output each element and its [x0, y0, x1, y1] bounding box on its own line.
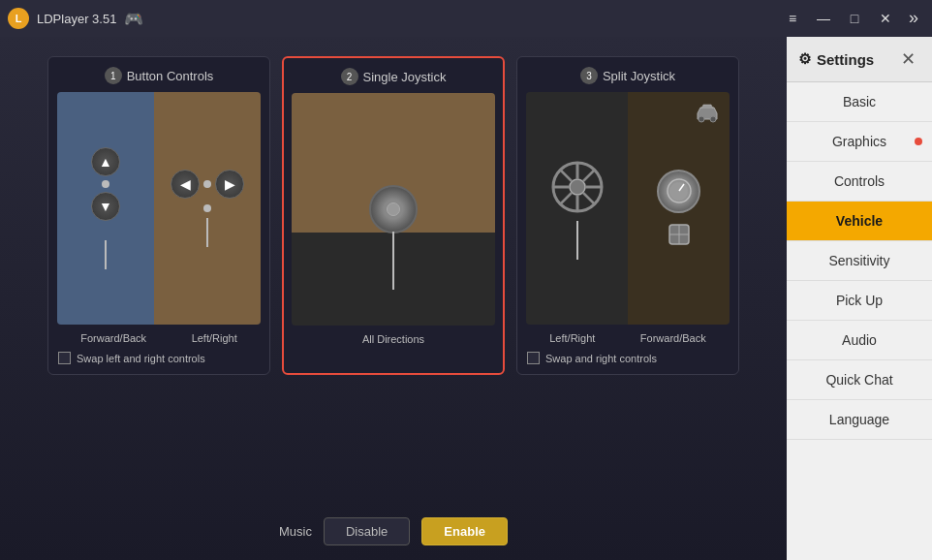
button-controls-card[interactable]: 1 Button Controls ▲ ▼ — [47, 56, 270, 375]
settings-header: ⚙ Settings ✕ — [787, 37, 932, 82]
single-joystick-title: 2 Single Joystick — [341, 68, 447, 85]
dpad-center-dot — [102, 180, 109, 188]
label-split-left-right: Left/Right — [549, 332, 595, 344]
settings-close-button[interactable]: ✕ — [896, 47, 920, 72]
main-layout: 1 Button Controls ▲ ▼ — [0, 37, 932, 560]
expand-button[interactable]: » — [903, 7, 924, 28]
split-joystick-labels: Left/Right Forward/Back — [527, 332, 729, 344]
card-num-1: 1 — [105, 67, 122, 84]
right-dot — [203, 204, 211, 212]
game-area: 1 Button Controls ▲ ▼ — [0, 37, 787, 560]
button-controls-labels: Forward/Back Left/Right — [58, 332, 260, 344]
svg-line-9 — [583, 193, 595, 204]
title-bar-left: L LDPlayer 3.51 🎮 — [8, 8, 143, 29]
split-left-panel — [526, 92, 628, 325]
label-forward-back: Forward/Back — [80, 332, 146, 344]
single-joystick-preview — [292, 93, 495, 326]
single-joystick-labels: All Directions — [294, 333, 493, 345]
split-joystick-preview — [526, 92, 730, 325]
nav-item-audio[interactable]: Audio — [787, 321, 932, 360]
steering-wheel-icon — [548, 158, 606, 216]
right-stick: ◀ ▶ — [171, 170, 244, 247]
button-controls-preview: ▲ ▼ ◀ ▶ — [57, 92, 261, 325]
dpad-up: ▲ — [91, 147, 120, 176]
split-joystick-title: 3 Split Joystick — [580, 67, 675, 84]
card-num-2: 2 — [341, 68, 358, 85]
music-enable-button[interactable]: Enable — [421, 517, 508, 545]
music-bar: Music Disable Enable — [19, 506, 767, 545]
joystick-stick-line — [392, 232, 394, 290]
window-controls: ≡ — □ ✕ » — [779, 7, 924, 30]
dpad-h-dot — [203, 180, 211, 188]
app-title: LDPlayer 3.51 — [37, 12, 116, 26]
svg-line-13 — [679, 184, 684, 191]
label-all-directions: All Directions — [362, 333, 424, 345]
joystick-knob — [387, 202, 400, 216]
split-joystick-card[interactable]: 3 Split Joystick — [516, 56, 739, 375]
close-button[interactable]: ✕ — [872, 7, 899, 30]
app-logo: L — [8, 8, 29, 29]
stick-line-left — [105, 240, 107, 269]
svg-point-3 — [570, 179, 585, 195]
stick-line-right — [206, 218, 208, 247]
nav-item-quickchat[interactable]: Quick Chat — [787, 360, 932, 400]
label-split-forward-back: Forward/Back — [640, 332, 706, 344]
button-controls-title: 1 Button Controls — [105, 67, 214, 84]
minimize-button[interactable]: — — [810, 7, 837, 30]
settings-title: ⚙ Settings — [798, 50, 874, 68]
swap-label-2: Swap and right controls — [545, 353, 657, 364]
nav-item-sensitivity[interactable]: Sensitivity — [787, 241, 932, 281]
svg-point-0 — [699, 116, 704, 122]
settings-nav: Basic Graphics Controls Vehicle Sensitiv… — [787, 82, 932, 560]
settings-panel: ⚙ Settings ✕ Basic Graphics Controls Veh… — [787, 37, 932, 560]
card-num-3: 3 — [580, 67, 598, 84]
music-disable-button[interactable]: Disable — [324, 517, 410, 545]
box-icon — [666, 221, 693, 248]
svg-line-10 — [583, 170, 595, 181]
svg-line-11 — [560, 193, 572, 204]
split-right-panel — [628, 92, 730, 325]
single-joystick-card[interactable]: 2 Single Joystick All Directions — [282, 56, 505, 375]
joystick-assembly — [369, 185, 418, 233]
speed-dial — [657, 170, 700, 213]
label-left-right: Left/Right — [192, 332, 237, 344]
music-label: Music — [279, 524, 312, 539]
swap-checkbox-2[interactable] — [527, 352, 540, 364]
controller-icon: 🎮 — [124, 10, 143, 28]
right-panel: ◀ ▶ — [154, 92, 261, 325]
dpad-vertical: ▲ ▼ — [91, 147, 120, 221]
controls-row: 1 Button Controls ▲ ▼ — [19, 56, 767, 375]
dpad-horizontal: ◀ ▶ — [171, 170, 244, 199]
nav-item-language[interactable]: Language — [787, 400, 932, 440]
nav-item-controls[interactable]: Controls — [787, 162, 932, 202]
joystick-base — [369, 185, 418, 233]
swap-checkbox-1[interactable] — [58, 352, 71, 364]
swap-row-1: Swap left and right controls — [58, 352, 260, 364]
nav-item-pickup[interactable]: Pick Up — [787, 281, 932, 321]
dpad-down: ▼ — [91, 192, 120, 221]
dpad-left: ◀ — [171, 170, 200, 199]
dpad-right: ▶ — [215, 170, 244, 199]
svg-point-1 — [710, 116, 716, 122]
svg-line-8 — [560, 170, 572, 181]
swap-label-1: Swap left and right controls — [77, 353, 205, 364]
nav-item-vehicle[interactable]: Vehicle — [787, 202, 932, 241]
speedometer-icon — [665, 176, 694, 205]
car-icon — [693, 100, 722, 123]
gear-icon: ⚙ — [798, 50, 811, 68]
menu-button[interactable]: ≡ — [779, 7, 806, 30]
car-icon-area — [693, 100, 722, 127]
left-panel: ▲ ▼ — [57, 92, 154, 325]
nav-item-basic[interactable]: Basic — [787, 82, 932, 122]
swap-row-2: Swap and right controls — [527, 352, 729, 364]
split-stick-line — [576, 221, 578, 260]
maximize-button[interactable]: □ — [841, 7, 868, 30]
title-bar: L LDPlayer 3.51 🎮 ≡ — □ ✕ » — [0, 0, 932, 37]
nav-item-graphics[interactable]: Graphics — [787, 122, 932, 162]
